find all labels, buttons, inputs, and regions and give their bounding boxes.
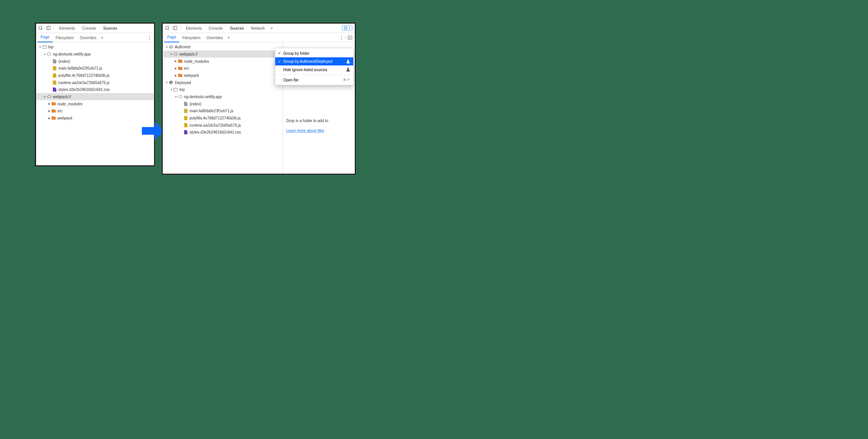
tree-node-deployed[interactable]: ▼ Deployed	[163, 79, 282, 86]
js-file-icon	[52, 73, 57, 78]
svg-rect-7	[175, 26, 177, 30]
chevron-down-icon: ▼	[165, 81, 168, 84]
tree-label: polyfills.4c768d7122740d3b.js	[58, 73, 109, 77]
tab-sources[interactable]: Sources	[227, 24, 247, 33]
tree-node-main-js[interactable]: main.fa8bfa0e23f1eb71.js	[36, 65, 154, 72]
js-file-icon	[52, 80, 57, 85]
tree-label: node_modules	[57, 102, 83, 106]
tree-label: webpack://	[179, 52, 198, 56]
tree-node-top[interactable]: ▼ top	[163, 86, 282, 93]
menu-group-by-folder[interactable]: ✓ Group by folder	[275, 49, 353, 57]
tree-node-domain[interactable]: ▼ ng-devtools.netlify.app	[163, 93, 282, 100]
chevron-down-icon: ▼	[170, 88, 173, 91]
tab-sources[interactable]: Sources	[100, 24, 120, 33]
chevron-right-icon: ▶	[174, 60, 177, 63]
tree-node-domain[interactable]: ▼ ng-devtools.netlify.app	[36, 51, 154, 58]
file-icon	[52, 59, 57, 64]
tree-label: webpack	[184, 73, 199, 77]
file-tree-grouped: ▼ Authored ▼ webpack:// ▶ node_modules ▶…	[163, 42, 282, 137]
devtools-topbar: Elements Console Sources	[36, 24, 154, 33]
tree-node-webpack[interactable]: ▼ webpack://	[36, 93, 154, 100]
tab-elements[interactable]: Elements	[183, 24, 205, 33]
css-file-icon	[52, 87, 57, 92]
tree-label: src	[184, 66, 189, 70]
tree-node-polyfills-js[interactable]: polyfills.4c768d7122740d3b.js	[36, 72, 154, 79]
menu-label: Group by folder	[283, 51, 350, 55]
devtools-panel-before: Elements Console Sources Page Filesystem…	[35, 22, 155, 166]
file-tree: ▼ top ▼ ng-devtools.netlify.app (index) …	[36, 42, 154, 122]
tree-node-src[interactable]: ▶ src	[36, 107, 154, 115]
chevron-down-icon: ▼	[165, 45, 168, 48]
tree-label: src	[57, 109, 62, 113]
inspect-icon[interactable]	[164, 25, 171, 31]
check-icon: ✓	[277, 59, 282, 64]
more-options-icon[interactable]: ⋮	[338, 35, 345, 40]
check-icon: ✓	[277, 51, 282, 56]
tree-node-styles-css[interactable]: styles.d3e2b24618d2c641.css	[163, 129, 282, 136]
divider	[54, 25, 54, 30]
chevron-down-icon: ▼	[43, 95, 46, 98]
menu-label: Open file	[283, 78, 341, 82]
drop-instruction-text: Drop in a folder to add to	[286, 119, 352, 123]
tree-label: runtime.aa2dc5a72b65a575.js	[190, 123, 241, 127]
device-toggle-icon[interactable]	[172, 25, 178, 31]
tree-label: styles.d3e2b24618d2c641.css	[58, 87, 110, 92]
subtab-overrides[interactable]: Overrides	[203, 33, 226, 42]
tree-node-index[interactable]: (index)	[36, 57, 154, 65]
tree-label: runtime.aa2dc5a72b65a575.js	[58, 80, 110, 84]
more-options-icon[interactable]: ⋮	[147, 35, 153, 40]
subtab-filesystem[interactable]: Filesystem	[53, 33, 77, 42]
issues-icon	[344, 26, 347, 30]
tab-elements[interactable]: Elements	[56, 24, 78, 33]
tree-label: top	[179, 87, 185, 92]
menu-group-by-authored[interactable]: ✓ Group by Authored/Deployed	[275, 57, 353, 65]
tree-node-styles-css[interactable]: styles.d3e2b24618d2c641.css	[36, 86, 154, 93]
learn-more-link[interactable]: Learn more about Wor	[286, 129, 324, 133]
tree-node-top[interactable]: ▼ top	[36, 43, 154, 51]
folder-icon	[51, 108, 56, 113]
tree-node-runtime-js[interactable]: runtime.aa2dc5a72b65a575.js	[36, 79, 154, 86]
issues-badge[interactable]: 1	[342, 25, 353, 30]
js-file-icon	[183, 123, 188, 127]
menu-open-file[interactable]: Open file ⌘ P	[275, 76, 353, 84]
tree-node-runtime-js[interactable]: runtime.aa2dc5a72b65a575.js	[163, 121, 282, 129]
tree-node-node-modules[interactable]: ▶ node_modules	[163, 57, 282, 65]
tab-console[interactable]: Console	[206, 24, 226, 33]
tree-node-webpack[interactable]: ▼ webpack://	[163, 51, 282, 58]
tree-node-webpack-folder[interactable]: ▶ webpack	[163, 72, 282, 79]
more-tabs-icon[interactable]: »	[226, 35, 231, 40]
tree-node-authored[interactable]: ▼ Authored	[163, 43, 282, 51]
js-file-icon	[52, 66, 57, 70]
subtab-overrides[interactable]: Overrides	[77, 33, 99, 42]
tree-node-index[interactable]: (index)	[163, 100, 282, 107]
subtab-page[interactable]: Page	[164, 33, 179, 42]
tree-label: webpack	[57, 116, 72, 120]
tree-node-main-js[interactable]: main.fa8bfa0e23f1eb71.js	[163, 107, 282, 115]
tree-label: node_modules	[184, 59, 209, 63]
experiment-icon	[346, 59, 350, 63]
device-toggle-icon[interactable]	[45, 25, 52, 31]
folder-icon	[178, 73, 182, 78]
menu-hide-ignore-listed[interactable]: Hide ignore-listed sources	[275, 65, 353, 73]
more-tabs-icon[interactable]: »	[99, 35, 105, 40]
cloud-icon	[173, 52, 178, 56]
tree-node-webpack-folder[interactable]: ▶ webpack	[36, 115, 154, 122]
more-tabs-icon[interactable]: »	[269, 26, 274, 30]
menu-separator	[275, 75, 353, 75]
tree-node-node-modules[interactable]: ▶ node_modules	[36, 100, 154, 107]
svg-rect-8	[344, 27, 347, 30]
chevron-right-icon: ▶	[48, 102, 51, 105]
inspect-icon[interactable]	[38, 25, 44, 31]
code-icon	[169, 45, 173, 49]
subtab-filesystem[interactable]: Filesystem	[179, 33, 204, 42]
tab-network[interactable]: Network	[248, 24, 268, 33]
tree-label: polyfills.4c768d7122740d3b.js	[190, 116, 241, 120]
subtab-page[interactable]: Page	[38, 33, 53, 42]
toggle-navigator-icon[interactable]	[347, 34, 353, 41]
window-icon	[173, 87, 178, 92]
tree-node-src[interactable]: ▶ src	[163, 65, 282, 72]
tab-console[interactable]: Console	[79, 24, 99, 33]
tree-node-polyfills-js[interactable]: polyfills.4c768d7122740d3b.js	[163, 115, 282, 122]
menu-label: Group by Authored/Deployed	[283, 59, 345, 64]
tree-label: ng-devtools.netlify.app	[184, 94, 222, 99]
